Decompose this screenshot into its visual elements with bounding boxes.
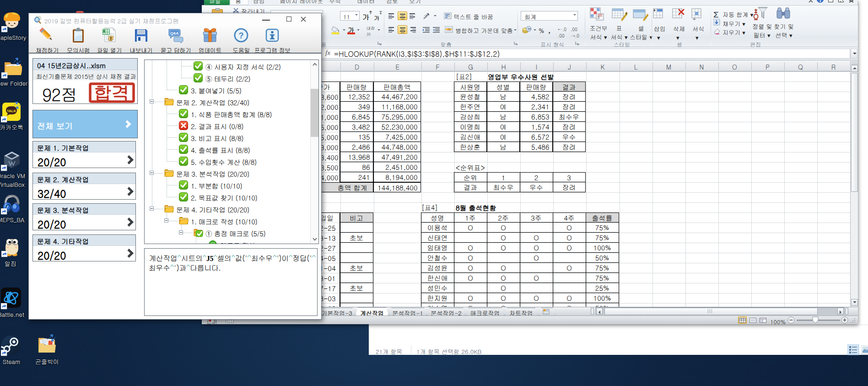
svg-text:₩: ₩	[528, 26, 531, 31]
svg-text:가: 가	[447, 27, 451, 32]
svg-text:합: 합	[94, 82, 113, 103]
svg-text:격: 격	[111, 82, 130, 103]
svg-text:3: 3	[597, 14, 599, 20]
svg-text:?: ?	[239, 31, 244, 40]
svg-text:Q&A: Q&A	[171, 31, 179, 35]
